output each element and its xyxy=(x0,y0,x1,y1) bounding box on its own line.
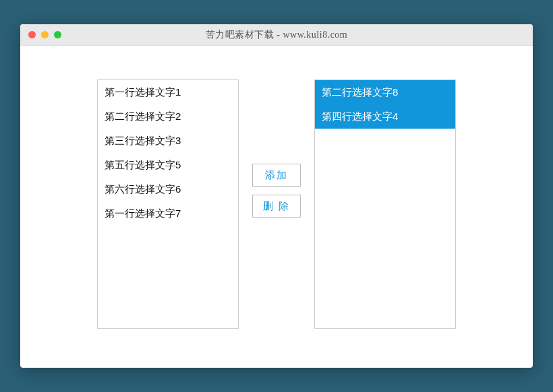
source-list-item[interactable]: 第一行选择文字1 xyxy=(98,80,238,104)
close-icon[interactable] xyxy=(28,31,36,38)
content-area: 第一行选择文字1第二行选择文字2第三行选择文字3第五行选择文字5第六行选择文字6… xyxy=(20,46,533,368)
titlebar: 苦力吧素材下载 - www.kuli8.com xyxy=(20,24,533,46)
app-window: 苦力吧素材下载 - www.kuli8.com 第一行选择文字1第二行选择文字2… xyxy=(20,24,533,368)
source-list-item[interactable]: 第五行选择文字5 xyxy=(98,153,238,177)
source-list-item[interactable]: 第二行选择文字2 xyxy=(98,104,238,129)
target-listbox[interactable]: 第二行选择文字8第四行选择文字4 xyxy=(314,79,456,329)
source-list-item[interactable]: 第一行选择文字7 xyxy=(98,201,238,226)
source-listbox[interactable]: 第一行选择文字1第二行选择文字2第三行选择文字3第五行选择文字5第六行选择文字6… xyxy=(97,79,239,329)
target-list-item[interactable]: 第二行选择文字8 xyxy=(315,80,455,104)
window-title: 苦力吧素材下载 - www.kuli8.com xyxy=(20,29,533,41)
remove-button[interactable]: 删 除 xyxy=(252,195,301,218)
maximize-icon[interactable] xyxy=(54,31,61,38)
target-list-item[interactable]: 第四行选择文字4 xyxy=(315,104,455,129)
traffic-lights xyxy=(28,31,61,38)
add-button[interactable]: 添加 xyxy=(252,164,301,187)
minimize-icon[interactable] xyxy=(41,31,49,38)
source-list-item[interactable]: 第三行选择文字3 xyxy=(98,129,238,153)
source-list-item[interactable]: 第六行选择文字6 xyxy=(98,177,238,201)
transfer-buttons: 添加 删 除 xyxy=(252,164,301,218)
